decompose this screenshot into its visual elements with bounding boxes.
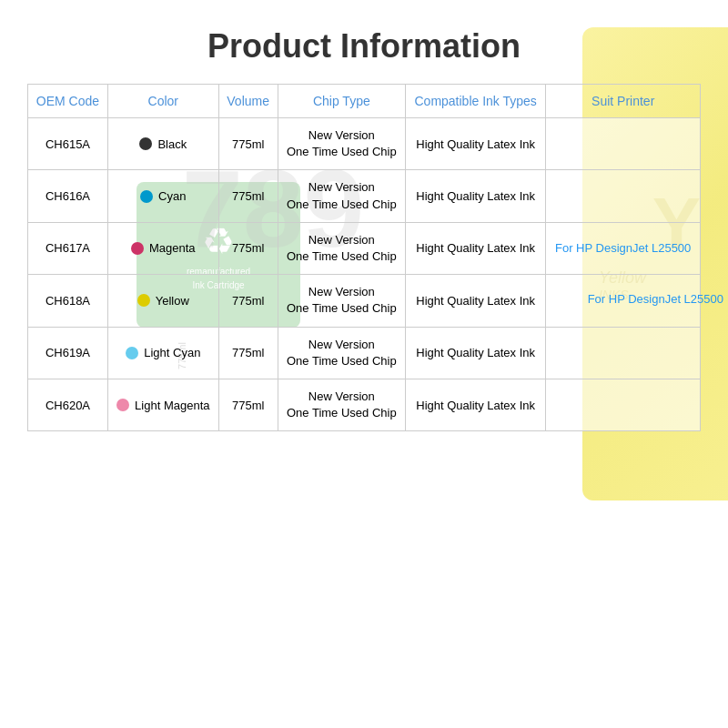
color-dot-icon [126,347,138,359]
table-row: CH616ACyan775mlNew VersionOne Time Used … [28,170,700,222]
cell-ink-types: Hight Quality Latex Ink [406,327,546,379]
cell-chip-type: New VersionOne Time Used Chip [278,327,405,379]
cell-volume: 775ml [218,327,278,379]
header-color: Color [107,85,218,118]
color-dot-icon [131,242,144,255]
color-name: Yellow [156,294,189,308]
table-row: CH618AYellow775mlNew VersionOne Time Use… [28,275,700,327]
cell-color: Light Cyan [107,327,218,379]
table-row: CH620ALight Magenta775mlNew VersionOne T… [28,379,700,430]
table-row: CH619ALight Cyan775mlNew VersionOne Time… [28,327,700,379]
color-name: Black [157,137,187,151]
header-chip-type: Chip Type [278,85,405,118]
header-ink-types: Compatible Ink Types [406,85,546,118]
cell-oem-code: CH617A [28,222,107,274]
table-row: CH617AMagenta775mlNew VersionOne Time Us… [28,222,700,274]
product-table-wrapper: OEM Code Color Volume Chip Type Compatib… [27,84,701,431]
color-name: Light Magenta [135,399,209,412]
cell-color: Black [107,118,218,170]
cell-oem-code: CH620A [28,379,107,430]
cell-volume: 775ml [218,118,278,170]
cell-volume: 775ml [218,275,278,327]
table-header-row: OEM Code Color Volume Chip Type Compatib… [28,85,700,118]
color-dot-icon [139,137,152,150]
cell-ink-types: Hight Quality Latex Ink [406,170,546,222]
cell-suit-printer [546,170,700,222]
cell-chip-type: New VersionOne Time Used Chip [278,222,405,274]
color-dot-icon [140,190,153,203]
color-name: Cyan [158,189,186,203]
color-dot-icon [137,294,150,307]
cell-chip-type: New VersionOne Time Used Chip [278,118,405,170]
cell-color: Cyan [107,170,218,222]
color-dot-icon [116,399,129,411]
cell-ink-types: Hight Quality Latex Ink [406,222,546,274]
cell-chip-type: New VersionOne Time Used Chip [278,170,405,222]
cell-chip-type: New VersionOne Time Used Chip [278,275,405,327]
cell-volume: 775ml [218,379,278,430]
header-suit-printer: Suit Printer [546,85,700,118]
header-oem-code: OEM Code [28,85,107,118]
product-table: OEM Code Color Volume Chip Type Compatib… [28,85,700,430]
color-name: Light Cyan [144,346,200,359]
cell-color: Magenta [107,222,218,274]
header-volume: Volume [218,85,278,118]
cell-suit-printer: For HP DesignJet L25500 [546,222,700,274]
cell-suit-printer [546,275,700,327]
cell-suit-printer [546,379,700,430]
cell-ink-types: Hight Quality Latex Ink [406,379,546,430]
cell-suit-printer [546,327,700,379]
cell-color: Yellow [107,275,218,327]
cell-oem-code: CH618A [28,275,107,327]
cell-chip-type: New VersionOne Time Used Chip [278,379,405,430]
cell-suit-printer [546,118,700,170]
cell-ink-types: Hight Quality Latex Ink [406,275,546,327]
cell-color: Light Magenta [107,379,218,430]
cell-oem-code: CH615A [28,118,107,170]
cell-volume: 775ml [218,222,278,274]
cell-volume: 775ml [218,170,278,222]
table-row: CH615ABlack775mlNew VersionOne Time Used… [28,118,700,170]
suit-printer-label: For HP DesignJet L25500 [555,241,691,255]
cell-ink-types: Hight Quality Latex Ink [406,118,546,170]
cell-oem-code: CH616A [28,170,107,222]
cell-oem-code: CH619A [28,327,107,379]
color-name: Magenta [149,241,196,255]
